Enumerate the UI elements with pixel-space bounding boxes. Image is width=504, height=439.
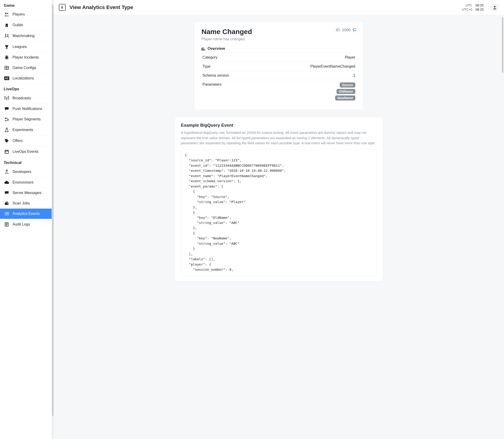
sidebar-item-developers[interactable]: Developers	[0, 167, 52, 177]
sidebar-item-game-configs[interactable]: Game Configs	[0, 63, 52, 73]
duel-icon	[4, 34, 9, 38]
tz1-time: 08:25	[476, 3, 484, 7]
flask-icon	[4, 128, 9, 132]
segments-icon	[4, 117, 9, 121]
overview-heading: Overview	[201, 46, 356, 53]
svg-point-25	[5, 212, 6, 213]
sidebar-item-environment[interactable]: Environment	[0, 177, 52, 188]
sidebar-item-label: LiveOps Events	[12, 150, 38, 154]
list-icon	[4, 212, 9, 216]
az-icon: AZ	[4, 76, 9, 80]
topbar: View Analytics Event Type UTC08:25 UTC+0…	[54, 0, 504, 15]
svg-point-26	[5, 213, 6, 214]
people-icon	[4, 12, 9, 16]
overview-row-parameters: Parameters SourceOldNameNewName	[201, 80, 356, 103]
svg-rect-2	[6, 26, 7, 27]
event-card: Name Changed Player name has changed. ID…	[194, 22, 363, 110]
sidebar-item-experiments[interactable]: Experiments	[0, 124, 52, 135]
copy-id-icon[interactable]	[353, 28, 356, 32]
tz1-label: UTC	[466, 3, 472, 7]
content-scrollbar[interactable]	[502, 15, 504, 439]
user-icon	[493, 5, 497, 10]
svg-rect-20	[6, 152, 6, 153]
sidebar-item-server-messages[interactable]: Server Messages	[0, 188, 52, 198]
svg-point-13	[5, 118, 6, 119]
overview-row-schema: Schema version 1	[201, 71, 356, 80]
example-description: A hypothetical BigQuery row, formatted a…	[181, 130, 377, 146]
param-badge: Source	[340, 82, 355, 87]
sidebar-item-label: Player Segments	[12, 117, 41, 121]
overview-row-category: Category Player	[201, 53, 356, 62]
sidebar-item-broadcasts[interactable]: Broadcasts	[0, 93, 52, 104]
sidebar-item-label: Server Messages	[12, 191, 41, 195]
svg-point-22	[6, 171, 7, 171]
sidebar-item-player-segments[interactable]: Player Segments	[0, 114, 52, 124]
sidebar-item-guilds[interactable]: Guilds	[0, 20, 52, 31]
sidebar-item-label: Player Incidents	[12, 55, 39, 60]
user-avatar[interactable]	[491, 3, 499, 12]
sidebar-item-label: Environment	[12, 180, 33, 184]
chat-icon	[4, 107, 9, 111]
sidebar: GamePlayersGuildsMatchmakingLeaguesPlaye…	[0, 0, 52, 439]
tag-icon	[4, 138, 9, 143]
timezone-display: UTC08:25 UTC+008:25	[462, 3, 484, 12]
sidebar-item-audit-logs[interactable]: Audit Logs	[0, 219, 52, 230]
cloud-icon	[4, 181, 9, 184]
svg-text:Z: Z	[7, 77, 8, 80]
sidebar-item-label: Scan Jobs	[12, 201, 30, 205]
sidebar-item-label: Players	[12, 12, 25, 16]
sidebar-item-players[interactable]: Players	[0, 9, 52, 20]
trophy-icon	[4, 44, 9, 49]
sidebar-item-label: Game Configs	[12, 66, 36, 70]
sidebar-item-label: Matchmaking	[12, 34, 35, 38]
svg-rect-40	[204, 49, 205, 50]
bars-icon	[201, 47, 206, 50]
svg-point-27	[5, 215, 6, 215]
svg-point-15	[6, 140, 6, 140]
svg-rect-37	[354, 28, 356, 31]
collapse-sidebar-button[interactable]	[59, 4, 66, 11]
sidebar-item-player-incidents[interactable]: Player Incidents	[0, 52, 52, 63]
example-card: Example BigQuery Event A hypothetical Bi…	[175, 117, 383, 281]
param-badge: OldName	[337, 89, 355, 94]
svg-point-1	[7, 13, 8, 14]
event-title: Name Changed	[201, 28, 252, 36]
sidebar-item-analytics-events[interactable]: Analytics Events	[0, 209, 52, 219]
example-title: Example BigQuery Event	[181, 123, 377, 128]
sidebar-item-leagues[interactable]: Leagues	[0, 41, 52, 52]
sidebar-item-scan-jobs[interactable]: Scan Jobs	[0, 198, 52, 209]
svg-rect-16	[5, 150, 9, 154]
svg-point-5	[6, 56, 8, 59]
example-code: { "source_id": "Player:123", "event_id":…	[185, 153, 373, 272]
sidebar-section-title: LiveOps	[0, 84, 52, 93]
sidebar-item-label: Leagues	[12, 45, 27, 49]
calendar-icon	[4, 149, 9, 154]
sidebar-item-label: Guilds	[12, 23, 23, 27]
chat-icon	[4, 191, 9, 195]
svg-rect-39	[203, 47, 203, 50]
sidebar-item-push-notifications[interactable]: Push Notifications	[0, 104, 52, 114]
sidebar-section-title: Game	[0, 0, 52, 9]
overview-row-type: Type PlayerEventNameChanged	[201, 62, 356, 71]
svg-point-0	[5, 13, 6, 14]
bug-icon	[4, 55, 9, 60]
grid-icon	[4, 66, 9, 70]
example-code-box: { "source_id": "Player:123", "event_id":…	[181, 149, 377, 276]
sidebar-item-localizations[interactable]: AZLocalizations	[0, 73, 52, 84]
toolbox-icon	[4, 201, 9, 205]
log-icon	[4, 222, 9, 227]
svg-point-14	[7, 120, 9, 121]
sidebar-item-offers[interactable]: Offers	[0, 135, 52, 146]
sidebar-item-liveops-events[interactable]: LiveOps Events	[0, 146, 52, 157]
sidebar-section-title: Technical	[0, 157, 52, 167]
tz2-time: 08:25	[476, 7, 484, 12]
svg-point-24	[7, 203, 8, 204]
event-id-label: ID: 1000	[336, 28, 351, 32]
sidebar-scrollbar[interactable]	[52, 0, 54, 439]
sidebar-item-label: Localizations	[12, 76, 34, 80]
tz2-label: UTC+0	[462, 7, 472, 12]
sidebar-item-matchmaking[interactable]: Matchmaking	[0, 31, 52, 41]
person-icon	[4, 170, 9, 174]
param-badge: NewName	[335, 95, 355, 100]
page-title: View Analytics Event Type	[70, 4, 458, 11]
